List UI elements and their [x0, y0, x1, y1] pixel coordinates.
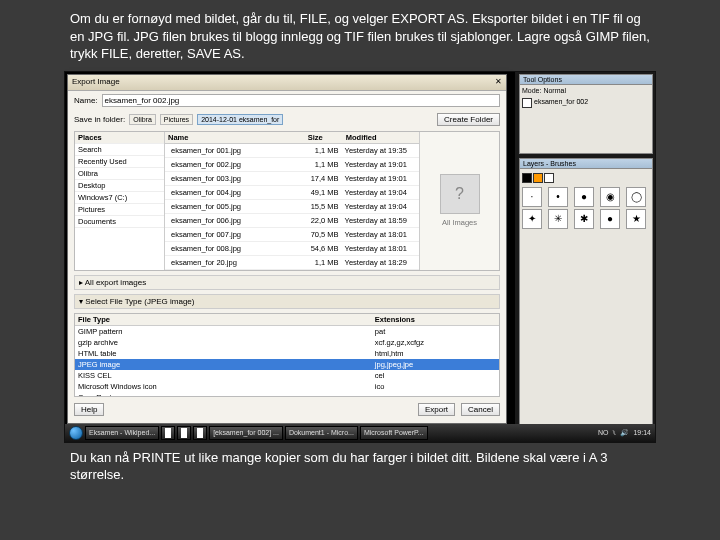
layer-name: eksamen_for 002 [534, 98, 588, 108]
export-button[interactable]: Export [418, 403, 455, 416]
type-row[interactable]: Microsoft Windows iconico [75, 381, 499, 392]
taskbar-item[interactable]: Microsoft PowerP... [360, 426, 428, 440]
brush-icon[interactable]: ● [574, 187, 594, 207]
filename-input[interactable]: eksamen_for 002.jpg [102, 94, 500, 107]
tray-network-icon[interactable]: ⑊ [612, 429, 616, 436]
col-file-type: File Type [75, 314, 372, 325]
file-list: Name Size Modified eksamen_for 001.jpg1,… [165, 132, 419, 270]
preview-question-icon [440, 174, 480, 214]
save-in-label: Save in folder: [74, 115, 125, 124]
type-row-selected[interactable]: JPEG imagejpg,jpeg,jpe [75, 359, 499, 370]
screenshot-area: Tool Options Mode: Normal eksamen_for 00… [64, 71, 656, 443]
windows-taskbar: Eksamen - Wikiped... [eksamen_for 002] .… [65, 424, 655, 442]
instruction-top: Om du er fornøyd med bildet, går du til,… [0, 0, 720, 69]
swatch-white[interactable] [544, 173, 554, 183]
taskbar-item[interactable] [177, 426, 191, 440]
export-dialog: Export Image ✕ Name: eksamen_for 002.jpg… [67, 74, 507, 424]
type-row[interactable]: gzip archivexcf.gz,gz,xcfgz [75, 337, 499, 348]
col-modified[interactable]: Modified [343, 132, 419, 143]
breadcrumb[interactable]: 2014-12-01 eksamen_for [197, 114, 283, 125]
create-folder-button[interactable]: Create Folder [437, 113, 500, 126]
place-item[interactable]: Search [75, 144, 164, 156]
breadcrumb[interactable]: Olibra [129, 114, 156, 125]
file-row[interactable]: eksamen_for 006.jpg22,0 MBYesterday at 1… [165, 214, 419, 228]
col-size[interactable]: Size [305, 132, 343, 143]
taskbar-item[interactable]: Eksamen - Wikiped... [85, 426, 159, 440]
file-row[interactable]: eksamen_for 008.jpg54,6 MBYesterday at 1… [165, 242, 419, 256]
gimp-panel-tool-options: Tool Options Mode: Normal eksamen_for 00… [519, 74, 653, 154]
file-row[interactable]: eksamen_for 007.jpg70,5 MBYesterday at 1… [165, 228, 419, 242]
help-button[interactable]: Help [74, 403, 104, 416]
gimp-panel-layers-brushes: Layers - Brushes · • ● ◉ ◯ ✦ ✳ ✱ ● [519, 158, 653, 426]
col-name[interactable]: Name [165, 132, 305, 143]
swatch-black[interactable] [522, 173, 532, 183]
taskbar-item[interactable]: Dokument1 - Micro... [285, 426, 358, 440]
tray-volume-icon[interactable]: 🔊 [620, 429, 629, 437]
cancel-button[interactable]: Cancel [461, 403, 500, 416]
place-item[interactable]: Pictures [75, 204, 164, 216]
select-file-type-expander[interactable]: ▾ Select File Type (JPEG image) [74, 294, 500, 309]
file-row[interactable]: eksamen_for 003.jpg17,4 MBYesterday at 1… [165, 172, 419, 186]
dialog-title: Export Image [72, 77, 120, 88]
file-row[interactable]: eksamen_for 005.jpg15,5 MBYesterday at 1… [165, 200, 419, 214]
file-row[interactable]: eksamen_for 001.jpg1,1 MBYesterday at 19… [165, 144, 419, 158]
brush-grid: · • ● ◉ ◯ ✦ ✳ ✱ ● ★ [522, 187, 650, 229]
mode-label: Mode: Normal [522, 87, 650, 94]
taskbar-item[interactable] [193, 426, 207, 440]
file-row[interactable]: eksamen_for 004.jpg49,1 MBYesterday at 1… [165, 186, 419, 200]
brush-icon[interactable]: ● [600, 209, 620, 229]
app-icon [181, 428, 187, 438]
instruction-bottom: Du kan nå PRINTE ut like mange kopier so… [0, 443, 720, 490]
brush-icon[interactable]: ◯ [626, 187, 646, 207]
taskbar-item[interactable]: [eksamen_for 002] ... [209, 426, 283, 440]
start-orb-icon[interactable] [69, 426, 83, 440]
name-label: Name: [74, 96, 98, 105]
type-row[interactable]: HTML tablehtml,htm [75, 348, 499, 359]
places-pane: Places Search Recently Used Olibra Deskt… [75, 132, 165, 270]
place-item[interactable]: Windows7 (C:) [75, 192, 164, 204]
place-item[interactable]: Recently Used [75, 156, 164, 168]
app-icon [197, 428, 203, 438]
breadcrumb[interactable]: Pictures [160, 114, 193, 125]
swatch-orange[interactable] [533, 173, 543, 183]
taskbar-item[interactable] [161, 426, 175, 440]
brush-icon[interactable]: ✳ [548, 209, 568, 229]
brush-icon[interactable]: · [522, 187, 542, 207]
preview-label: All Images [442, 218, 477, 227]
brush-icon[interactable]: ★ [626, 209, 646, 229]
type-row[interactable]: GIMP patternpat [75, 326, 499, 337]
panel-title: Tool Options [520, 75, 652, 85]
tray-clock[interactable]: 19:14 [633, 429, 651, 436]
place-item[interactable]: Olibra [75, 168, 164, 180]
brush-icon[interactable]: ✦ [522, 209, 542, 229]
close-icon[interactable]: ✕ [495, 77, 502, 88]
type-row[interactable]: KISS CELcel [75, 370, 499, 381]
tray-lang[interactable]: NO [598, 429, 609, 436]
all-export-images-expander[interactable]: ▸ All export images [74, 275, 500, 290]
type-row[interactable]: OpenRasterora [75, 392, 499, 397]
brush-icon[interactable]: ◉ [600, 187, 620, 207]
places-header: Places [75, 132, 164, 144]
place-item[interactable]: Documents [75, 216, 164, 228]
layer-thumb-icon [522, 98, 532, 108]
file-type-list: File Type Extensions GIMP patternpat gzi… [74, 313, 500, 397]
brush-icon[interactable]: • [548, 187, 568, 207]
file-row[interactable]: eksamen_for 002.jpg1,1 MBYesterday at 19… [165, 158, 419, 172]
place-item[interactable]: Desktop [75, 180, 164, 192]
app-icon [165, 428, 171, 438]
col-extensions: Extensions [372, 314, 499, 325]
preview-pane: All Images [419, 132, 499, 270]
panel-title: Layers - Brushes [520, 159, 652, 169]
brush-icon[interactable]: ✱ [574, 209, 594, 229]
file-row[interactable]: eksamen_for 20.jpg1,1 MBYesterday at 18:… [165, 256, 419, 270]
